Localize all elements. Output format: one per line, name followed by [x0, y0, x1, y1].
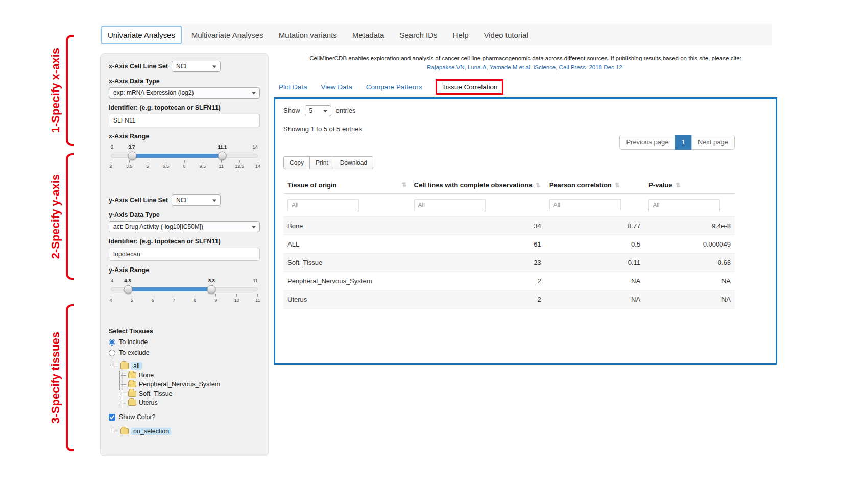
table-body: Bone340.779.4e-8ALL610.50.000049Soft_Tis… — [283, 216, 735, 308]
print-button[interactable]: Print — [309, 156, 334, 169]
select-value: NCI — [176, 63, 187, 70]
column-filter-input[interactable] — [648, 199, 720, 211]
nav-tab-mutation-variants[interactable]: Mutation variants — [273, 27, 343, 43]
sort-icon[interactable]: ⇅ — [615, 182, 620, 189]
tick-mark — [174, 294, 174, 297]
select-tissues-title: Select Tissues — [109, 328, 260, 335]
table-row[interactable]: Bone340.779.4e-8 — [283, 216, 735, 235]
slider-handle-high[interactable] — [218, 152, 226, 160]
chevron-down-icon — [212, 200, 216, 202]
tick-label: 9.5 — [200, 164, 206, 169]
table-row[interactable]: Soft_Tissue230.110.63 — [283, 253, 735, 272]
tick-label: 14 — [255, 164, 260, 169]
y-axis-range-label: y-Axis Range — [109, 266, 260, 274]
annotation-step-1: 1-Specify x-axis — [49, 35, 81, 146]
column-header-tissue-of-origin[interactable]: Tissue of origin⇅ — [283, 177, 410, 194]
checkbox-input[interactable] — [109, 414, 115, 421]
sort-icon[interactable]: ⇅ — [675, 182, 680, 189]
table-row[interactable]: ALL610.50.000049 — [283, 235, 735, 253]
cell-cell-lines: 34 — [410, 216, 545, 235]
tick-mark — [221, 160, 222, 163]
sort-icon[interactable]: ⇅ — [401, 181, 406, 188]
slider-handle-low[interactable] — [128, 152, 136, 160]
cell-cell-lines: 2 — [410, 290, 545, 308]
column-filter-input[interactable] — [287, 199, 359, 211]
annotation-label: 2-Specify y-axis — [49, 174, 62, 259]
tree-node-peripheral_nervous_system[interactable]: Peripheral_Nervous_System — [120, 380, 260, 389]
column-filter-input[interactable] — [414, 199, 486, 211]
y-axis-cell-line-set-select[interactable]: NCI — [172, 194, 221, 206]
y-axis-identifier-input[interactable] — [109, 248, 260, 261]
tick-label: 11 — [219, 164, 223, 169]
page-number-button[interactable]: 1 — [675, 135, 692, 150]
y-axis-data-type-select[interactable]: act: Drug Activity (-log10[IC50M]) — [109, 221, 260, 232]
nav-tab-multivariate-analyses[interactable]: Multivariate Analyses — [186, 27, 269, 43]
previous-page-button[interactable]: Previous page — [619, 135, 675, 150]
radio-input[interactable] — [109, 350, 115, 356]
slider-track[interactable] — [111, 287, 258, 291]
tree-node-bone[interactable]: Bone — [120, 371, 260, 380]
tree-node-uterus[interactable]: Uterus — [120, 398, 260, 407]
tick-mark — [111, 294, 111, 297]
tree-node-soft_tissue[interactable]: Soft_Tissue — [120, 389, 260, 398]
select-value: 5 — [309, 107, 313, 114]
bracket-shape — [66, 304, 74, 451]
slider-from-label: 4.8 — [124, 278, 131, 283]
x-axis-cell-line-set-select[interactable]: NCI — [172, 61, 221, 72]
citation-link[interactable]: Rajapakse.VN, Luna.A, Yamade.M et al. iS… — [289, 63, 762, 72]
selection-tree: no_selection — [113, 427, 260, 436]
column-filter-input[interactable] — [549, 199, 621, 211]
to-include-radio[interactable]: To include — [109, 338, 260, 346]
column-header-pearson-correlation[interactable]: Pearson correlation⇅ — [545, 177, 644, 194]
select-value: exp: mRNA Expression (log2) — [113, 89, 194, 96]
next-page-button[interactable]: Next page — [691, 135, 735, 150]
table-header-row: Tissue of origin⇅Cell lines with complet… — [283, 177, 735, 194]
slider-max-label: 14 — [252, 144, 258, 150]
subtab-tissue-correlation[interactable]: Tissue Correlation — [436, 79, 503, 95]
y-axis-identifier-label: Identifier: (e.g. topotecan or SLFN11) — [109, 238, 260, 245]
tree-node-no-selection[interactable]: no_selection — [113, 427, 260, 436]
tick-mark — [257, 294, 258, 297]
cell-pearson: NA — [545, 290, 644, 308]
tick-mark — [129, 160, 130, 163]
subtab-view-data[interactable]: View Data — [321, 83, 352, 91]
slider-value-labels: 2 3.7 11.1 14 — [111, 144, 258, 152]
nav-tab-search-ids[interactable]: Search IDs — [394, 27, 443, 43]
sort-icon[interactable]: ⇅ — [535, 182, 540, 189]
cell-tissue: Uterus — [283, 290, 410, 308]
table-row[interactable]: Uterus2NANA — [283, 290, 735, 308]
table-row[interactable]: Peripheral_Nervous_System2NANA — [283, 272, 735, 290]
entries-label: entries — [336, 107, 356, 114]
nav-tab-help[interactable]: Help — [447, 27, 474, 43]
folder-icon — [128, 391, 136, 397]
tick-mark — [148, 160, 148, 163]
column-header-p-value[interactable]: P-value⇅ — [644, 177, 735, 194]
slider-handle-high[interactable] — [207, 285, 216, 294]
slider-handle-low[interactable] — [124, 285, 132, 294]
column-header-label: Cell lines with complete observations — [414, 181, 533, 189]
x-axis-identifier-input[interactable] — [109, 114, 260, 127]
nav-tab-video-tutorial[interactable]: Video tutorial — [478, 27, 534, 43]
radio-input[interactable] — [109, 339, 115, 346]
subtab-compare-patterns[interactable]: Compare Patterns — [366, 83, 422, 91]
cell-p-value: 9.4e-8 — [644, 216, 735, 235]
nav-tab-metadata[interactable]: Metadata — [347, 27, 390, 43]
entries-count-select[interactable]: 5 — [305, 105, 331, 116]
tick-mark — [239, 160, 240, 163]
x-axis-identifier-label: Identifier: (e.g. topotecan or SLFN11) — [109, 104, 260, 111]
download-button[interactable]: Download — [334, 156, 373, 169]
copy-button[interactable]: Copy — [283, 156, 310, 169]
annotation-label: 3-Specify tissues — [49, 332, 62, 424]
x-axis-data-type-select[interactable]: exp: mRNA Expression (log2) — [109, 87, 260, 99]
tick-label: 7 — [173, 298, 175, 303]
slider-ticks: 4567891011 — [111, 294, 258, 303]
to-exclude-radio[interactable]: To exclude — [109, 349, 260, 356]
show-color-checkbox[interactable]: Show Color? — [109, 413, 260, 421]
subtab-plot-data[interactable]: Plot Data — [279, 83, 307, 91]
tree-node-all[interactable]: all — [113, 361, 260, 371]
column-header-cell-lines-with-complete-observations[interactable]: Cell lines with complete observations⇅ — [410, 177, 545, 194]
nav-tab-univariate-analyses[interactable]: Univariate Analyses — [101, 26, 182, 44]
column-header-label: P-value — [648, 181, 672, 189]
filter-cell — [410, 193, 545, 216]
slider-track[interactable] — [111, 154, 258, 158]
